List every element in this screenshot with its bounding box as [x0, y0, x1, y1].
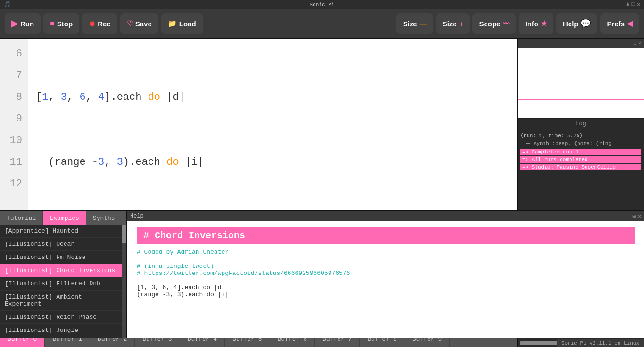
- save-icon: ♡: [127, 19, 133, 28]
- sidebar-item-chord-inversions[interactable]: [Illusionist] Chord Inversions: [0, 264, 122, 277]
- size-plus-label: Size: [443, 20, 457, 28]
- help-tweet-url: # https://twitter.com/wpgFactoid/status/…: [137, 270, 350, 277]
- line-num: 8: [6, 87, 22, 108]
- rec-button[interactable]: ⏺ Rec: [82, 13, 117, 34]
- prefs-label: Prefs: [607, 20, 625, 28]
- sidebar-item-ambient[interactable]: [Illusionist] Ambient Experiment: [0, 291, 122, 311]
- help-sidebar: Tutorial Examples Synths Fx S... [Appren…: [0, 211, 127, 338]
- stop-icon: ■: [50, 19, 55, 28]
- sidebar-list: [Apprentice] Haunted [Illusionist] Ocean…: [0, 225, 122, 338]
- log-entry-allruns: => All runs completed: [520, 156, 641, 163]
- run-icon: ▶: [11, 18, 18, 29]
- help-label: Help: [563, 20, 578, 28]
- log-text-1: └─ synth :beep, {note: (ring: [524, 141, 611, 146]
- help-code-2: (range -3, 3).each do |i|: [137, 291, 635, 298]
- load-label: Load: [179, 20, 196, 28]
- rec-icon: ⏺: [89, 20, 95, 27]
- log-entry-0: {run: 1, time: 5.75}: [520, 132, 641, 139]
- titlebar-icon: 🎵: [4, 1, 11, 8]
- help-content: Help ⊞ ✕ # Chord Inversions # Coded by A…: [127, 211, 644, 338]
- stop-button[interactable]: ■ Stop: [43, 13, 79, 34]
- bottom-area: Tutorial Examples Synths Fx S... [Appren…: [0, 210, 644, 338]
- log-header-controls[interactable]: ⊞ ✕: [634, 40, 641, 46]
- help-credit: # Coded by Adrian Cheater: [137, 249, 229, 256]
- plus-icon: +: [459, 20, 463, 28]
- help-line-3: # https://twitter.com/wpgFactoid/status/…: [137, 270, 635, 277]
- size-minus-label: Size: [403, 20, 417, 28]
- help-code-1: [1, 3, 6, 4].each do |d|: [137, 284, 635, 291]
- titlebar-title: Sonic Pi: [310, 2, 335, 8]
- help-heading: # Chord Inversions: [137, 227, 635, 244]
- rec-label: Rec: [98, 20, 111, 28]
- info-button[interactable]: Info ★: [519, 13, 553, 34]
- save-label: Save: [135, 20, 152, 28]
- scope-line: [518, 99, 644, 100]
- line-num: 7: [6, 65, 22, 87]
- info-label: Info: [525, 20, 538, 28]
- save-button[interactable]: ♡ Save: [120, 13, 158, 34]
- size-plus-button[interactable]: Size +: [436, 13, 470, 34]
- run-button[interactable]: ▶ Run: [5, 13, 41, 34]
- info-icon: ★: [541, 19, 547, 28]
- sidebar-item-haunted[interactable]: [Apprentice] Haunted: [0, 225, 122, 238]
- scope-visualization: [518, 48, 644, 114]
- load-button[interactable]: 📁 Load: [161, 13, 203, 34]
- line-num: 10: [6, 130, 22, 152]
- run-label: Run: [20, 20, 34, 28]
- scope-button[interactable]: Scope 〰: [472, 13, 516, 34]
- scope-svg: [518, 48, 644, 114]
- code-line-7: (range -3, 3).each do |i|: [36, 152, 509, 173]
- help-expand-icon[interactable]: ⊞: [633, 213, 636, 220]
- help-line-2: # (in a single tweet): [137, 263, 635, 270]
- sidebar-scrollbar[interactable]: [122, 225, 126, 338]
- help-header-controls[interactable]: ⊞ ✕: [633, 213, 641, 220]
- sidebar-item-ocean[interactable]: [Illusionist] Ocean: [0, 238, 122, 251]
- log-entry-studio: => Studio: Pausing SuperCollig: [520, 164, 641, 170]
- sidebar-scrollbar-thumb[interactable]: [122, 225, 126, 243]
- scope-label: Scope: [479, 20, 500, 28]
- help-tweet-label: # (in a single tweet): [137, 263, 214, 270]
- sidebar-item-fmnoise[interactable]: [Illusionist] Fm Noise: [0, 251, 122, 264]
- log-entry-1: └─ synth :beep, {note: (ring: [520, 140, 641, 147]
- help-close-icon[interactable]: ✕: [638, 213, 641, 220]
- prefs-icon: ◀: [627, 19, 633, 28]
- scope-close-icon[interactable]: ✕: [638, 40, 641, 46]
- help-code-line-1: [1, 3, 6, 4].each do |d|: [137, 284, 225, 291]
- log-entry-completed: => Completed run 1: [520, 149, 641, 155]
- line-num: 6: [6, 43, 22, 65]
- line-num: 11: [6, 152, 22, 173]
- help-panel-header: Help ⊞ ✕: [127, 211, 644, 221]
- status-text: Sonic Pi v2.11.1 on Linux: [561, 340, 639, 346]
- sidebar-scroll-container: [Apprentice] Haunted [Illusionist] Ocean…: [0, 225, 126, 338]
- scope-expand-icon[interactable]: ⊞: [634, 40, 636, 46]
- close-icon[interactable]: ✕: [637, 1, 640, 8]
- code-line-6: [1, 3, 6, 4].each do |d|: [36, 87, 509, 108]
- sidebar-item-filtered-dnb[interactable]: [Illusionist] Filtered Dnb: [0, 277, 122, 291]
- titlebar-controls[interactable]: ▲ □ ✕: [626, 1, 640, 8]
- help-line-1: # Coded by Adrian Cheater: [137, 249, 635, 256]
- titlebar: 🎵 Sonic Pi ▲ □ ✕: [0, 0, 644, 9]
- line-num: 12: [6, 173, 22, 195]
- titlebar-left: 🎵: [4, 1, 11, 8]
- log-panel-header: ⊞ ✕: [518, 39, 644, 48]
- prefs-button[interactable]: Prefs ◀: [600, 13, 639, 34]
- tab-tutorial[interactable]: Tutorial: [0, 211, 43, 225]
- load-icon: 📁: [168, 19, 177, 28]
- toolbar: ▶ Run ■ Stop ⏺ Rec ♡ Save 📁 Load Size — …: [0, 9, 644, 39]
- sidebar-item-reich[interactable]: [Illusionist] Reich Phase: [0, 311, 122, 324]
- bottom-tabs-row: Tutorial Examples Synths Fx S...: [0, 211, 126, 225]
- sidebar-item-jungle[interactable]: [Illusionist] Jungle: [0, 324, 122, 337]
- help-button[interactable]: Help 💬: [556, 13, 598, 34]
- tab-synths[interactable]: Synths: [86, 211, 122, 225]
- size-minus-button[interactable]: Size —: [396, 13, 433, 34]
- status-bar: Sonic Pi v2.11.1 on Linux: [557, 339, 644, 347]
- scope-area: ⊞ ✕: [518, 39, 644, 119]
- maximize-icon[interactable]: □: [632, 1, 635, 8]
- scope-icon: 〰: [503, 20, 509, 27]
- line-num: 9: [6, 108, 22, 130]
- minimize-icon[interactable]: ▲: [626, 1, 629, 8]
- tab-examples[interactable]: Examples: [43, 211, 86, 225]
- tab-fx[interactable]: Fx: [122, 211, 127, 225]
- help-body[interactable]: # Chord Inversions # Coded by Adrian Che…: [127, 221, 644, 338]
- minus-icon: —: [420, 20, 427, 28]
